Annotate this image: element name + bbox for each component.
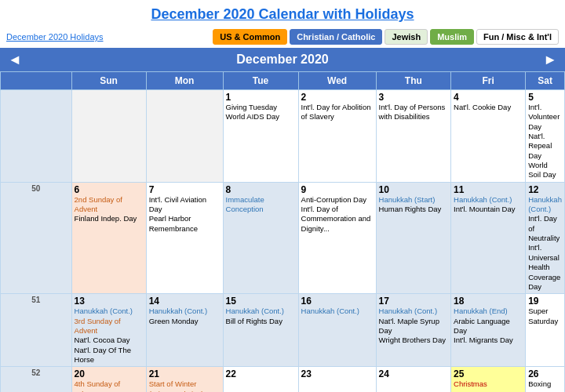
day-number: 9	[301, 184, 374, 195]
header-mon: Mon	[146, 72, 223, 90]
day-number: 14	[149, 296, 221, 307]
calendar-event: Int'l. Day for Abolition of Slavery	[301, 103, 374, 122]
header-thu: Thu	[376, 72, 450, 90]
calendar-event: Int'l. Day of Neutrality	[528, 214, 562, 243]
calendar-event: Super Saturday	[528, 307, 562, 326]
calendar-event: Immaculate Conception	[226, 195, 296, 215]
week-num-header	[1, 72, 72, 90]
btn-fun[interactable]: Fun / Misc & Int'l	[476, 29, 559, 45]
calendar-event: 4th Sunday of Advent	[75, 379, 144, 392]
calendar-cell: 9Anti-Corruption DayInt'l. Day of Commem…	[298, 182, 376, 293]
calendar-event: Hanukkah (Cont.)	[301, 307, 374, 316]
calendar-event: Hanukkah (Cont.)	[528, 195, 562, 215]
day-number: 4	[454, 92, 523, 103]
calendar-cell: 3Int'l. Day of Persons with Disabilities	[376, 90, 450, 183]
calendar-event: Start of Winter (Winter Solstice)	[149, 379, 221, 392]
calendar-event: Int'l. Mountain Day	[454, 205, 523, 214]
day-number: 7	[149, 184, 221, 195]
calendar-event: Arabic Language Day	[454, 317, 523, 336]
calendar-event: Hanukkah (Cont.)	[149, 307, 221, 316]
calendar-cell: 19Super Saturday	[526, 294, 565, 367]
calendar-event: Nat'l. Maple Syrup Day	[379, 317, 448, 336]
calendar-event: Hanukkah (Cont.)	[454, 195, 523, 205]
header-sat: Sat	[526, 72, 565, 90]
calendar-cell: 26Boxing DayKwanzaa (Start)	[526, 367, 565, 392]
calendar-cell: 24	[376, 367, 450, 392]
calendar-event: Christmas	[454, 379, 523, 389]
day-number: 26	[528, 368, 562, 379]
day-number: 15	[226, 296, 296, 307]
day-number: 2	[301, 92, 374, 103]
calendar-event: Int'l. Volunteer Day	[528, 103, 562, 132]
calendar-event: Green Monday	[149, 317, 221, 326]
day-number: 10	[379, 184, 448, 195]
calendar-event: World Soil Day	[528, 161, 562, 180]
btn-us[interactable]: US & Common	[213, 29, 287, 45]
day-number: 25	[454, 368, 523, 379]
btn-jewish[interactable]: Jewish	[385, 29, 428, 45]
calendar-header: ◄ December 2020 ►	[0, 48, 565, 71]
calendar-event: Giving Tuesday	[226, 103, 296, 112]
calendar-cell: 2Int'l. Day for Abolition of Slavery	[298, 90, 376, 183]
week-number	[1, 90, 72, 183]
day-number: 22	[226, 368, 296, 379]
day-number: 11	[454, 184, 523, 195]
calendar-cell: 13Hanukkah (Cont.)3rd Sunday of AdventNa…	[71, 294, 146, 367]
calendar-cell: 23	[298, 367, 376, 392]
calendar-event: Pearl Harbor Remembrance	[149, 214, 221, 234]
table-row: 5113Hanukkah (Cont.)3rd Sunday of Advent…	[1, 294, 565, 367]
calendar-cell: 15Hanukkah (Cont.)Bill of Rights Day	[223, 294, 298, 367]
btn-muslim[interactable]: Muslim	[430, 29, 474, 45]
header-fri: Fri	[451, 72, 526, 90]
calendar-cell: 10Hanukkah (Start)Human Rights Day	[376, 182, 450, 293]
filter-label[interactable]: December 2020 Holidays	[6, 32, 104, 42]
day-number: 6	[75, 184, 144, 195]
day-number: 23	[301, 368, 374, 379]
day-number: 19	[528, 296, 562, 307]
day-number: 3	[379, 92, 448, 103]
calendar-event: Bill of Rights Day	[226, 317, 296, 326]
calendar-event: Int'l. Universal Health Coverage Day	[528, 243, 562, 292]
btn-christian[interactable]: Christian / Catholic	[290, 29, 382, 45]
nav-prev[interactable]: ◄	[0, 52, 30, 68]
filter-buttons: US & Common Christian / Catholic Jewish …	[213, 29, 559, 45]
week-number: 51	[1, 294, 72, 367]
calendar-cell: 11Hanukkah (Cont.)Int'l. Mountain Day	[451, 182, 526, 293]
table-row: 5062nd Sunday of AdventFinland Indep. Da…	[1, 182, 565, 293]
calendar-cell: 16Hanukkah (Cont.)	[298, 294, 376, 367]
calendar-event: 2nd Sunday of Advent	[75, 195, 144, 215]
day-number: 1	[226, 92, 296, 103]
day-number: 16	[301, 296, 374, 307]
calendar-event: Boxing Day	[528, 379, 562, 392]
calendar-event: Int'l. Civil Aviation Day	[149, 195, 221, 215]
calendar-event: Nat'l. Cookie Day	[454, 103, 523, 112]
calendar-event: Int'l. Day of Persons with Disabilities	[379, 103, 448, 122]
calendar-cell: 204th Sunday of AdventInt'l. Human Solid…	[71, 367, 146, 392]
calendar-event: Hanukkah (Cont.)	[379, 307, 448, 316]
calendar-event: Hanukkah (Cont.)	[226, 307, 296, 316]
calendar-grid: Sun Mon Tue Wed Thu Fri Sat 1Giving Tues…	[0, 71, 565, 392]
calendar-event: Wright Brothers Day	[379, 336, 448, 345]
calendar-cell: 7Int'l. Civil Aviation DayPearl Harbor R…	[146, 182, 223, 293]
day-number: 12	[528, 184, 562, 195]
calendar-cell: 62nd Sunday of AdventFinland Indep. Day	[71, 182, 146, 293]
calendar-event: Nat'l. Day Of The Horse	[75, 346, 144, 365]
header-wed: Wed	[298, 72, 376, 90]
table-row: 52204th Sunday of AdventInt'l. Human Sol…	[1, 367, 565, 392]
day-number: 20	[75, 368, 144, 379]
calendar-event: Anti-Corruption Day	[301, 195, 374, 205]
calendar-event: Nat'l. Repeal Day	[528, 132, 562, 161]
header-sun: Sun	[71, 72, 146, 90]
day-number: 5	[528, 92, 562, 103]
day-number: 13	[75, 296, 144, 307]
day-headers: Sun Mon Tue Wed Thu Fri Sat	[1, 72, 565, 90]
table-row: 1Giving TuesdayWorld AIDS Day2Int'l. Day…	[1, 90, 565, 183]
calendar-event: Finland Indep. Day	[75, 214, 144, 223]
week-number: 52	[1, 367, 72, 392]
calendar-event: Nat'l. Cocoa Day	[75, 336, 144, 345]
calendar-cell: 22	[223, 367, 298, 392]
calendar-event: Int'l. Migrants Day	[454, 336, 523, 345]
calendar-title: December 2020	[236, 53, 328, 67]
page-title: December 2020 Calendar with Holidays	[0, 0, 565, 26]
nav-next[interactable]: ►	[535, 52, 565, 68]
